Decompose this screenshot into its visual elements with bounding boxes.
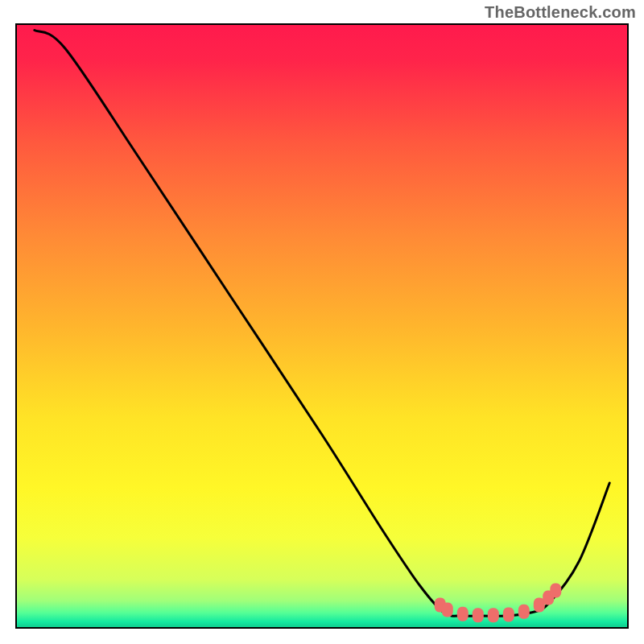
marker-dot [442, 603, 453, 617]
marker-dot [518, 605, 530, 619]
marker-dot [473, 608, 484, 622]
chart-container: { "attribution": "TheBottleneck.com", "c… [0, 0, 644, 644]
marker-dot [488, 608, 499, 622]
bottleneck-chart [0, 0, 644, 644]
marker-dot [503, 608, 514, 622]
marker-dot [457, 607, 469, 621]
chart-background [16, 24, 628, 628]
marker-dot [550, 584, 561, 598]
